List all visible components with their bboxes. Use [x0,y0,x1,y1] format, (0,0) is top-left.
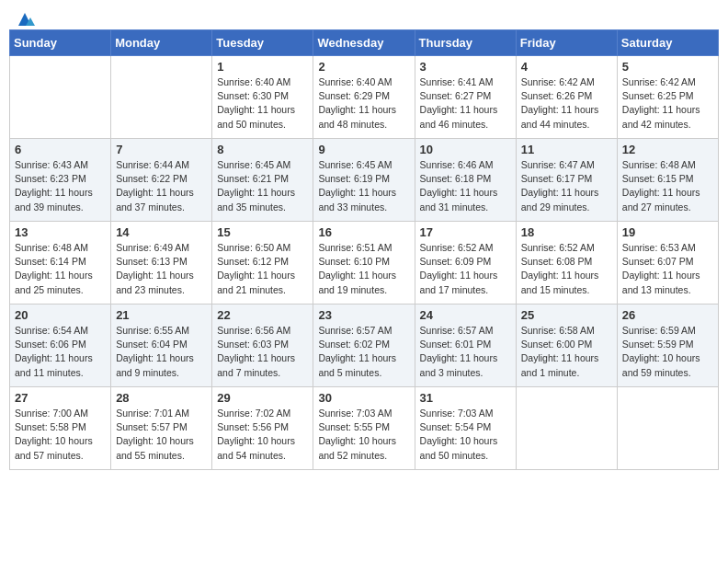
day-number: 28 [116,391,207,405]
day-info: Sunrise: 6:46 AM Sunset: 6:18 PM Dayligh… [420,158,511,214]
calendar-header-row: SundayMondayTuesdayWednesdayThursdayFrid… [10,30,719,56]
day-number: 10 [420,143,511,156]
day-info: Sunrise: 6:44 AM Sunset: 6:22 PM Dayligh… [116,158,207,214]
weekday-header: Tuesday [212,30,313,56]
calendar-cell [617,387,718,470]
calendar-cell: 11Sunrise: 6:47 AM Sunset: 6:17 PM Dayli… [516,139,617,222]
day-info: Sunrise: 6:49 AM Sunset: 6:13 PM Dayligh… [116,241,207,297]
day-info: Sunrise: 6:51 AM Sunset: 6:10 PM Dayligh… [318,241,409,297]
calendar-cell [111,56,212,139]
calendar-cell: 9Sunrise: 6:45 AM Sunset: 6:19 PM Daylig… [313,139,415,222]
day-number: 25 [521,308,612,322]
calendar-cell: 17Sunrise: 6:52 AM Sunset: 6:09 PM Dayli… [415,222,516,304]
calendar-cell: 23Sunrise: 6:57 AM Sunset: 6:02 PM Dayli… [313,304,415,387]
day-number: 7 [116,143,207,156]
day-number: 15 [217,225,308,239]
calendar-cell: 14Sunrise: 6:49 AM Sunset: 6:13 PM Dayli… [111,222,212,304]
day-number: 19 [622,225,713,239]
calendar-cell: 21Sunrise: 6:55 AM Sunset: 6:04 PM Dayli… [111,304,212,387]
day-number: 11 [521,143,612,156]
calendar-cell: 25Sunrise: 6:58 AM Sunset: 6:00 PM Dayli… [516,304,617,387]
weekday-header: Thursday [415,30,516,56]
day-info: Sunrise: 7:03 AM Sunset: 5:55 PM Dayligh… [318,407,409,463]
calendar-table: SundayMondayTuesdayWednesdayThursdayFrid… [9,29,719,470]
day-info: Sunrise: 7:03 AM Sunset: 5:54 PM Dayligh… [420,407,511,463]
logo-icon [15,9,35,28]
calendar-cell: 8Sunrise: 6:45 AM Sunset: 6:21 PM Daylig… [212,139,313,222]
calendar-cell: 13Sunrise: 6:48 AM Sunset: 6:14 PM Dayli… [10,222,111,304]
calendar-cell: 6Sunrise: 6:43 AM Sunset: 6:23 PM Daylig… [10,139,111,222]
day-info: Sunrise: 6:52 AM Sunset: 6:09 PM Dayligh… [420,241,511,297]
day-number: 29 [217,391,308,405]
calendar-cell: 26Sunrise: 6:59 AM Sunset: 5:59 PM Dayli… [617,304,718,387]
calendar-cell: 4Sunrise: 6:42 AM Sunset: 6:26 PM Daylig… [516,56,617,139]
calendar-cell: 3Sunrise: 6:41 AM Sunset: 6:27 PM Daylig… [415,56,516,139]
calendar-week-row: 6Sunrise: 6:43 AM Sunset: 6:23 PM Daylig… [10,139,719,222]
day-number: 31 [420,391,511,405]
day-number: 2 [318,60,409,74]
day-info: Sunrise: 6:50 AM Sunset: 6:12 PM Dayligh… [217,241,308,297]
calendar-cell: 7Sunrise: 6:44 AM Sunset: 6:22 PM Daylig… [111,139,212,222]
day-info: Sunrise: 6:42 AM Sunset: 6:25 PM Dayligh… [622,75,713,132]
calendar-cell: 20Sunrise: 6:54 AM Sunset: 6:06 PM Dayli… [10,304,111,387]
calendar-cell: 1Sunrise: 6:40 AM Sunset: 6:30 PM Daylig… [212,56,313,139]
day-info: Sunrise: 6:59 AM Sunset: 5:59 PM Dayligh… [622,324,713,380]
calendar-cell: 19Sunrise: 6:53 AM Sunset: 6:07 PM Dayli… [617,222,718,304]
day-info: Sunrise: 6:45 AM Sunset: 6:21 PM Dayligh… [217,158,308,214]
day-info: Sunrise: 6:42 AM Sunset: 6:26 PM Dayligh… [521,75,612,132]
day-info: Sunrise: 6:47 AM Sunset: 6:17 PM Dayligh… [521,158,612,214]
weekday-header: Monday [111,30,212,56]
weekday-header: Friday [516,30,617,56]
calendar-cell: 16Sunrise: 6:51 AM Sunset: 6:10 PM Dayli… [313,222,415,304]
weekday-header: Saturday [617,30,718,56]
day-info: Sunrise: 6:48 AM Sunset: 6:14 PM Dayligh… [15,241,106,297]
calendar-cell: 27Sunrise: 7:00 AM Sunset: 5:58 PM Dayli… [10,387,111,470]
logo [13,9,35,22]
calendar-cell: 18Sunrise: 6:52 AM Sunset: 6:08 PM Dayli… [516,222,617,304]
day-number: 5 [622,60,713,74]
day-info: Sunrise: 7:01 AM Sunset: 5:57 PM Dayligh… [116,407,207,463]
day-number: 16 [318,225,409,239]
day-number: 21 [116,308,207,322]
day-info: Sunrise: 6:45 AM Sunset: 6:19 PM Dayligh… [318,158,409,214]
calendar-cell: 30Sunrise: 7:03 AM Sunset: 5:55 PM Dayli… [313,387,415,470]
page-header [9,9,719,22]
day-number: 24 [420,308,511,322]
calendar-week-row: 27Sunrise: 7:00 AM Sunset: 5:58 PM Dayli… [10,387,719,470]
day-number: 18 [521,225,612,239]
calendar-cell: 12Sunrise: 6:48 AM Sunset: 6:15 PM Dayli… [617,139,718,222]
calendar-cell: 2Sunrise: 6:40 AM Sunset: 6:29 PM Daylig… [313,56,415,139]
day-info: Sunrise: 6:57 AM Sunset: 6:01 PM Dayligh… [420,324,511,380]
calendar-week-row: 20Sunrise: 6:54 AM Sunset: 6:06 PM Dayli… [10,304,719,387]
day-number: 27 [15,391,106,405]
day-info: Sunrise: 7:02 AM Sunset: 5:56 PM Dayligh… [217,407,308,463]
day-number: 20 [15,308,106,322]
day-number: 12 [622,143,713,156]
day-number: 9 [318,143,409,156]
day-number: 6 [15,143,106,156]
weekday-header: Sunday [10,30,111,56]
calendar-cell: 31Sunrise: 7:03 AM Sunset: 5:54 PM Dayli… [415,387,516,470]
day-number: 26 [622,308,713,322]
day-info: Sunrise: 6:57 AM Sunset: 6:02 PM Dayligh… [318,324,409,380]
calendar-week-row: 1Sunrise: 6:40 AM Sunset: 6:30 PM Daylig… [10,56,719,139]
calendar-week-row: 13Sunrise: 6:48 AM Sunset: 6:14 PM Dayli… [10,222,719,304]
day-info: Sunrise: 6:40 AM Sunset: 6:29 PM Dayligh… [318,75,409,132]
day-info: Sunrise: 6:41 AM Sunset: 6:27 PM Dayligh… [420,75,511,132]
day-info: Sunrise: 6:56 AM Sunset: 6:03 PM Dayligh… [217,324,308,380]
calendar-cell: 15Sunrise: 6:50 AM Sunset: 6:12 PM Dayli… [212,222,313,304]
calendar-cell: 29Sunrise: 7:02 AM Sunset: 5:56 PM Dayli… [212,387,313,470]
day-number: 22 [217,308,308,322]
day-info: Sunrise: 6:53 AM Sunset: 6:07 PM Dayligh… [622,241,713,297]
day-number: 13 [15,225,106,239]
calendar-cell: 24Sunrise: 6:57 AM Sunset: 6:01 PM Dayli… [415,304,516,387]
day-info: Sunrise: 6:55 AM Sunset: 6:04 PM Dayligh… [116,324,207,380]
calendar-cell: 22Sunrise: 6:56 AM Sunset: 6:03 PM Dayli… [212,304,313,387]
day-number: 23 [318,308,409,322]
day-number: 17 [420,225,511,239]
calendar-cell: 28Sunrise: 7:01 AM Sunset: 5:57 PM Dayli… [111,387,212,470]
day-number: 3 [420,60,511,74]
calendar-cell: 5Sunrise: 6:42 AM Sunset: 6:25 PM Daylig… [617,56,718,139]
calendar-cell: 10Sunrise: 6:46 AM Sunset: 6:18 PM Dayli… [415,139,516,222]
day-info: Sunrise: 6:40 AM Sunset: 6:30 PM Dayligh… [217,75,308,132]
